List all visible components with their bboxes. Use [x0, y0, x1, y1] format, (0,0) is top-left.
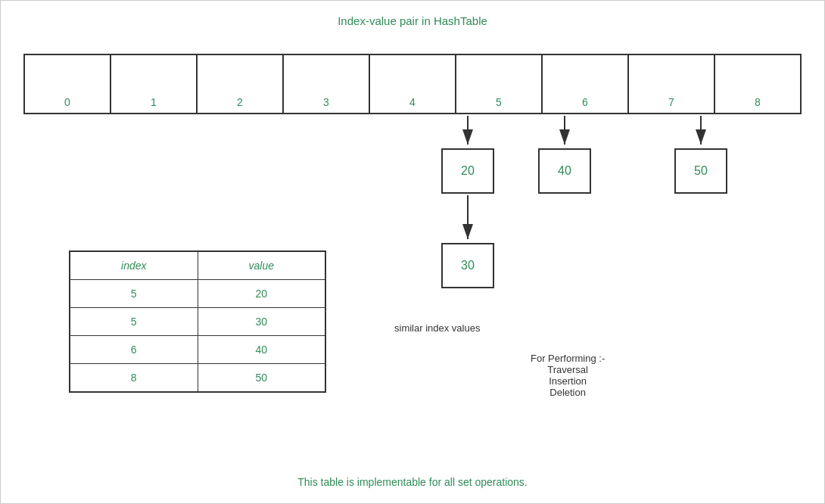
table-cell-value: 20 — [198, 280, 325, 308]
hash-cell-1: 1 — [111, 55, 198, 113]
table-cell-index: 8 — [70, 364, 198, 393]
for-performing-text: For Performing :- Traversal Insertion De… — [531, 353, 605, 398]
for-performing-label: For Performing :- — [531, 353, 605, 364]
value-box-40: 40 — [538, 148, 591, 194]
hash-cell-8: 8 — [715, 55, 800, 113]
canvas: Index-value pair in HashTable 012345678 … — [0, 0, 825, 504]
table-cell-value: 40 — [198, 336, 325, 364]
hash-cell-4: 4 — [370, 55, 456, 113]
table-row: 530 — [70, 308, 325, 336]
bottom-text: This table is implementable for all set … — [1, 476, 824, 488]
value-box-50: 50 — [674, 148, 727, 194]
hash-cell-2: 2 — [198, 55, 284, 113]
table-cell-value: 50 — [198, 364, 325, 393]
hash-cell-5: 5 — [456, 55, 543, 113]
for-performing-deletion: Deletion — [531, 387, 605, 398]
hash-cell-0: 0 — [25, 55, 111, 113]
table-row: 850 — [70, 364, 325, 393]
table-row: 640 — [70, 336, 325, 364]
table-row: 520 — [70, 280, 325, 308]
hash-cell-6: 6 — [543, 55, 629, 113]
value-box-30: 30 — [441, 243, 494, 288]
hash-cell-3: 3 — [284, 55, 370, 113]
hash-array: 012345678 — [23, 54, 802, 114]
value-box-20: 20 — [441, 148, 494, 194]
table-header-index: index — [70, 251, 198, 280]
iv-table: index value 520530640850 — [69, 250, 326, 393]
table-header-value: value — [198, 251, 325, 280]
page-title: Index-value pair in HashTable — [1, 14, 824, 27]
for-performing-traversal: Traversal — [531, 364, 605, 375]
table-cell-index: 5 — [70, 308, 198, 336]
table-cell-value: 30 — [198, 308, 325, 336]
hash-cell-7: 7 — [629, 55, 715, 113]
similar-index-text: similar index values — [394, 322, 480, 334]
table-cell-index: 5 — [70, 280, 198, 308]
for-performing-insertion: Insertion — [531, 375, 605, 387]
table-cell-index: 6 — [70, 336, 198, 364]
